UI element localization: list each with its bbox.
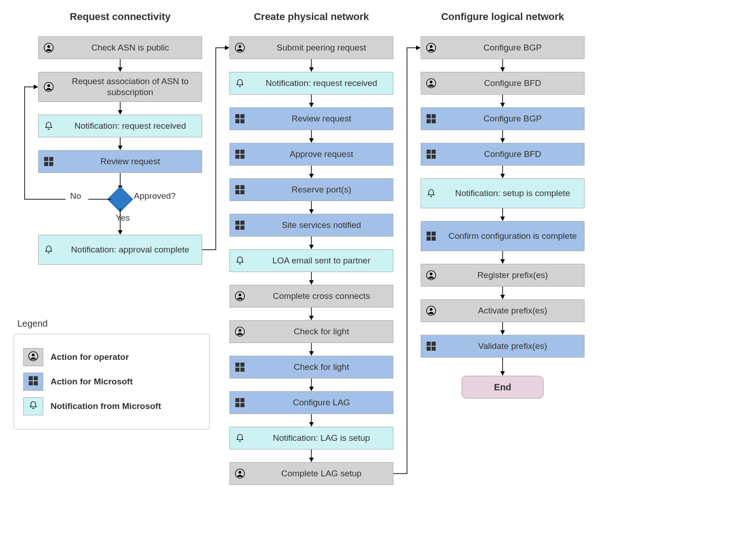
person-icon [230, 469, 250, 479]
person-icon [39, 43, 59, 53]
person-icon [421, 43, 441, 53]
arrow-down-icon [309, 449, 314, 462]
step-label: Complete cross connects [250, 291, 393, 302]
person-icon [230, 291, 250, 301]
step-label: Notification: request received [250, 78, 393, 89]
column-title-c2: Create physical network [229, 11, 393, 23]
svg-marker-59 [309, 351, 314, 356]
svg-rect-35 [240, 155, 244, 159]
step-label: Notification: request received [59, 121, 202, 131]
person-icon [28, 351, 38, 363]
arrow-down-icon [500, 95, 505, 107]
c2-step-configure-lag: Configure LAG [229, 391, 393, 414]
step-label: Notification: setup is complete [441, 188, 584, 199]
arrow-down-icon [309, 272, 314, 285]
legend-row-operator: Action for operator [23, 348, 200, 366]
svg-rect-26 [235, 114, 239, 118]
svg-marker-84 [500, 103, 505, 107]
c2-step-check-light-ms: Check for light [229, 356, 393, 378]
svg-point-1 [47, 45, 50, 48]
svg-marker-7 [118, 110, 122, 115]
svg-point-75 [239, 471, 241, 474]
svg-rect-115 [427, 347, 431, 351]
svg-marker-16 [34, 85, 38, 89]
microsoft-logo-icon [230, 398, 250, 407]
svg-rect-113 [427, 342, 431, 346]
step-label: Validate prefix(es) [441, 341, 584, 352]
arrow-down-icon [500, 251, 505, 264]
svg-rect-67 [240, 398, 244, 402]
svg-marker-43 [309, 209, 314, 214]
svg-rect-93 [427, 155, 431, 159]
svg-marker-9 [118, 146, 122, 150]
c2-step-submit-peering: Submit peering request [229, 36, 393, 59]
arrow-down-icon [309, 130, 314, 143]
legend-row-microsoft: Action for Microsoft [23, 373, 200, 391]
svg-rect-60 [235, 363, 239, 367]
svg-rect-94 [432, 155, 436, 159]
arrow-down-icon [309, 237, 314, 249]
svg-rect-32 [235, 150, 239, 154]
svg-rect-123 [29, 381, 33, 385]
svg-rect-62 [235, 368, 239, 372]
svg-rect-46 [235, 226, 239, 230]
svg-rect-114 [432, 342, 436, 346]
column-title-c3: Configure logical network [421, 11, 585, 23]
arrow-down-icon [500, 322, 505, 335]
svg-rect-41 [240, 190, 244, 194]
arrow-down-icon [309, 166, 314, 178]
bell-icon [230, 433, 250, 443]
c2-step-reserve-ports: Reserve port(s) [229, 178, 393, 201]
bell-icon [39, 121, 59, 131]
person-icon [421, 306, 441, 316]
svg-point-78 [430, 45, 432, 48]
arrow-down-icon [309, 378, 314, 391]
c3-step-validate-prefixes: Validate prefix(es) [421, 335, 585, 358]
legend-label-operator: Action for operator [51, 352, 129, 362]
arrow-down-icon [309, 59, 314, 72]
svg-rect-99 [427, 232, 431, 236]
svg-rect-27 [240, 114, 244, 118]
c1-step-check-asn: Check ASN is public [38, 36, 202, 59]
svg-marker-112 [500, 330, 505, 335]
svg-rect-12 [44, 162, 48, 166]
arrow-down-icon [500, 208, 505, 221]
svg-point-82 [430, 81, 432, 83]
step-label: Approve request [250, 149, 393, 160]
arrow-down-icon [500, 59, 505, 72]
svg-rect-100 [432, 232, 436, 236]
arrow-down-icon [500, 358, 505, 376]
c2-step-complete-lag: Complete LAG setup [229, 462, 393, 485]
svg-marker-49 [309, 245, 314, 249]
svg-rect-102 [432, 237, 436, 241]
c2-step-site-services: Site services notified [229, 214, 393, 237]
legend-label-notification: Notification from Microsoft [51, 401, 161, 411]
svg-marker-80 [500, 67, 505, 72]
arrow-down-icon [500, 130, 505, 143]
svg-rect-86 [432, 114, 436, 118]
c2-step-approve-request: Approve request [229, 143, 393, 166]
svg-point-57 [239, 329, 241, 332]
svg-marker-19 [225, 45, 229, 50]
svg-point-5 [47, 84, 50, 87]
step-label: Notification: approval complete [59, 244, 202, 255]
svg-marker-25 [309, 103, 314, 107]
svg-rect-11 [49, 157, 53, 161]
microsoft-logo-icon [39, 157, 59, 166]
svg-rect-10 [44, 157, 48, 161]
svg-rect-38 [235, 185, 239, 189]
arrow-down-icon [500, 287, 505, 299]
c2-step-review-request: Review request [229, 107, 393, 130]
c2-step-loa-email: LOA email sent to partner [229, 249, 393, 272]
microsoft-logo-icon [421, 114, 441, 123]
step-label: Review request [59, 156, 202, 167]
flowchart-canvas: Request connectivity Create physical net… [11, 11, 739, 548]
step-label: Check ASN is public [59, 42, 202, 53]
svg-marker-90 [500, 138, 505, 143]
svg-point-106 [430, 272, 432, 275]
step-label: Configure BFD [441, 149, 584, 160]
bell-icon [29, 400, 38, 412]
svg-rect-13 [49, 162, 53, 166]
svg-rect-45 [240, 221, 244, 225]
svg-marker-65 [309, 387, 314, 391]
